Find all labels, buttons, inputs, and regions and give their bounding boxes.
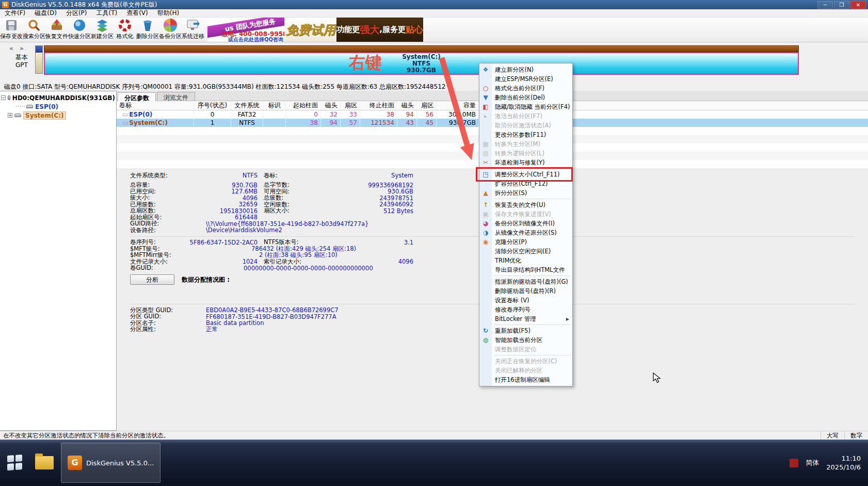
menu-item-reload[interactable]: ↻重新加载(F5): [479, 326, 572, 335]
detail-label: 文件系统类型:: [130, 172, 205, 180]
menu-item-format-partition[interactable]: ○格式化当前分区(F): [479, 84, 572, 93]
menu-item-open-hex-editor[interactable]: 打开16进制扇区编辑: [479, 375, 572, 384]
clone-partition-icon: ◉: [481, 238, 490, 246]
tab-browse-files[interactable]: 浏览文件: [157, 92, 195, 101]
menu-item-remove-drive-letter[interactable]: 删除驱动器号(盘符)(R): [479, 286, 572, 296]
menu-item-restore-from-image[interactable]: ◑从镜像文件还原分区(S): [479, 228, 572, 237]
menu-item-wipe-free-space[interactable]: 清除分区空闲空间(E): [479, 247, 572, 256]
col-start-sector[interactable]: 扇区: [341, 101, 360, 110]
language-indicator[interactable]: 简体: [806, 458, 819, 467]
recover-files-button[interactable]: 恢复文件: [45, 18, 68, 41]
menu-bar: 文件(F) 磁盘(D) 分区(P) 工具(T) 查看(V) 帮助(H): [0, 9, 868, 18]
menu-view[interactable]: 查看(V): [122, 9, 153, 18]
ad-slogan: 功能更强大,服务更贴心: [336, 18, 423, 42]
menu-item-export-dir-html[interactable]: 导出目录结构到HTML文件: [479, 265, 572, 274]
menu-item-change-volume-serial[interactable]: 修改卷序列号: [479, 305, 572, 314]
ad-slogan-strong: 强大: [360, 23, 379, 37]
minimize-button[interactable]: ─: [817, 1, 833, 9]
clock[interactable]: 11:10 2025/10/6: [826, 454, 861, 472]
quick-partition-button[interactable]: 快速分区: [68, 18, 91, 41]
menu-item-set-volume-label[interactable]: 设置卷标 (V): [479, 296, 572, 305]
resize-partition-icon: ◳: [481, 171, 490, 178]
convert-primary-icon: ▦: [481, 140, 490, 148]
col-start-head[interactable]: 磁头: [321, 101, 341, 110]
start-button[interactable]: [0, 443, 30, 482]
menu-help[interactable]: 帮助(H): [153, 9, 184, 18]
taskbar-app-diskgenius[interactable]: G DiskGenius V5.5.0...: [61, 443, 160, 483]
menu-file[interactable]: 文件(F): [0, 9, 30, 18]
title-bar: G DiskGenius V5.5.0.1488 x64 免费版(单文件PE版)…: [0, 0, 868, 9]
analyze-button[interactable]: 分析: [130, 274, 174, 285]
delete-partition-button[interactable]: 删除分区: [136, 18, 159, 41]
menu-item-trim[interactable]: TRIM优化: [479, 256, 572, 265]
partition-box-esp[interactable]: [35, 45, 43, 74]
menu-item-split-partition[interactable]: ▲拆分分区(S): [479, 188, 572, 198]
partition-box-system[interactable]: System(C:) NTFS 930.7GB: [44, 45, 799, 75]
save-changes-button[interactable]: 保存更改: [0, 18, 23, 41]
menu-item-smart-load[interactable]: ◍智能加载当前分区: [479, 335, 572, 345]
tab-partition-params[interactable]: 分区参数: [118, 92, 156, 101]
menu-item-assign-drive-letter[interactable]: 指派新的驱动器号(盘符)(G): [479, 277, 572, 286]
ad-slogan-pre: 功能更: [336, 25, 360, 35]
detail-value-device-path: \Device\HarddiskVolume2: [206, 226, 282, 234]
menu-item-bitlocker[interactable]: BitLocker 管理▶: [479, 314, 572, 323]
tree-item-system[interactable]: + System(C:): [1, 111, 115, 120]
detail-value: 512 Bytes: [342, 207, 413, 215]
format-button[interactable]: 格式化: [114, 18, 136, 41]
split-partition-icon: ▲: [481, 189, 490, 197]
cell-end-cyl: 121534: [360, 119, 397, 127]
maximize-button[interactable]: ❐: [834, 1, 849, 9]
hide-icon: ◧: [481, 103, 490, 110]
col-seq-status[interactable]: 序号(状态): [194, 101, 231, 110]
disk-nav-arrows[interactable]: « »: [9, 44, 26, 52]
system-body: System(C:) NTFS 930.7GB: [45, 53, 798, 74]
col-end-cyl[interactable]: 终止柱面: [360, 101, 397, 110]
col-start-cyl[interactable]: 起始柱面: [286, 101, 321, 110]
disk-scheme-gpt: GPT: [11, 61, 32, 69]
menu-item-new-partition[interactable]: ❖建立新分区(N): [479, 65, 572, 74]
menu-item-hide-partition[interactable]: ◧隐藏/取消隐藏 当前分区(F4): [479, 102, 572, 111]
cell-start-cyl: 38: [286, 119, 321, 127]
backup-partition-button[interactable]: 备份分区: [159, 18, 182, 41]
menu-item-recover-lost-files[interactable]: ↑恢复丢失的文件(U): [479, 200, 572, 209]
menu-item-backup-to-image[interactable]: ◕备份分区到镜像文件(I): [479, 219, 572, 228]
partition-tree: − HD0:QEMUHARDDISK(931GB) ····· ESP(0) +…: [0, 91, 117, 431]
collapse-icon[interactable]: −: [1, 95, 6, 100]
col-capacity[interactable]: 容量: [437, 101, 479, 110]
system-type-strip: [44, 45, 799, 52]
menu-item-extend-partition[interactable]: 扩容分区(Ctrl_F12): [479, 179, 572, 188]
menu-item-create-esp-msr[interactable]: 建立ESP/MSR分区(E): [479, 74, 572, 84]
expand-icon[interactable]: +: [8, 113, 12, 118]
activate-icon: ▸: [481, 112, 490, 120]
new-partition-button[interactable]: 新建分区: [91, 18, 114, 41]
partition-name: System(C:): [402, 54, 441, 60]
system-migration-button[interactable]: 系统迁移: [182, 18, 204, 41]
tree-disk-label: HD0:QEMUHARDDISK(931GB): [12, 94, 115, 102]
menu-partition[interactable]: 分区(P): [61, 9, 92, 18]
menu-item-delete-partition[interactable]: ▼删除当前分区(Del): [479, 93, 572, 102]
ad-slogan-mid: ,服务更: [379, 25, 406, 35]
col-end-sector[interactable]: 扇区: [417, 101, 437, 110]
ad-qq-link[interactable]: 或点击此处选择QQ咨询: [228, 36, 283, 42]
menu-disk[interactable]: 磁盘(D): [30, 9, 61, 18]
col-end-head[interactable]: 磁头: [397, 101, 417, 110]
cell-filesystem: FAT32: [231, 110, 263, 119]
menu-item-bad-track-check[interactable]: ✂坏道检测与修复(Y): [479, 158, 572, 167]
col-filesystem[interactable]: 文件系统: [231, 101, 263, 110]
ime-icon[interactable]: [790, 459, 798, 467]
toolbar-label: 搜索分区: [23, 33, 45, 40]
search-partition-button[interactable]: 搜索分区: [23, 18, 45, 41]
menu-tools[interactable]: 工具(T): [91, 9, 122, 18]
tree-item-esp[interactable]: ····· ESP(0): [1, 102, 115, 111]
col-flag[interactable]: 标识: [263, 101, 286, 110]
tree-item-disk[interactable]: − HD0:QEMUHARDDISK(931GB): [1, 93, 115, 102]
menu-item-clone-partition[interactable]: ◉克隆分区(P): [479, 237, 572, 247]
menu-item-resize-partition[interactable]: ◳调整分区大小(Ctrl_F11): [479, 170, 572, 179]
file-explorer-button[interactable]: [30, 443, 59, 482]
windows-logo-icon: [7, 455, 23, 471]
submenu-arrow-icon: ▶: [566, 317, 569, 321]
menu-item-change-params[interactable]: 更改分区参数(F11): [479, 130, 572, 139]
ad-banner[interactable]: us 团队为您服务 致电: 400-008-9958 或点击此处选择QQ咨询 免…: [207, 18, 423, 42]
close-button[interactable]: ✕: [850, 1, 866, 9]
clock-time: 11:10: [826, 454, 861, 463]
